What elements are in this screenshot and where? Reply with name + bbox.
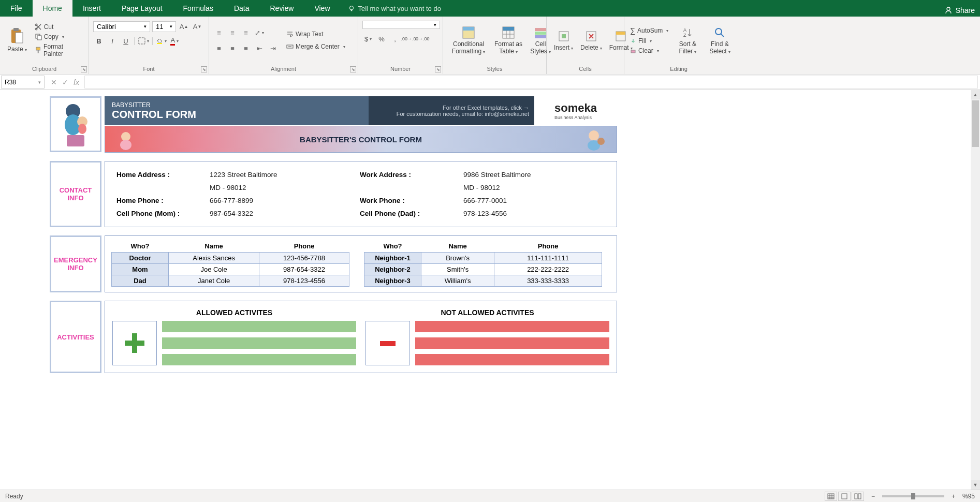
eraser-icon bbox=[630, 48, 636, 54]
tab-data[interactable]: Data bbox=[224, 0, 260, 17]
align-center-button[interactable]: ≡ bbox=[227, 42, 238, 54]
italic-button[interactable]: I bbox=[107, 35, 118, 47]
alignment-launcher[interactable]: ⬊ bbox=[350, 66, 356, 72]
align-left-button[interactable]: ≡ bbox=[213, 42, 225, 54]
worksheet-area[interactable]: BABYSITTER CONTROL FORM For other Excel … bbox=[0, 90, 980, 490]
sort-icon: AZ bbox=[680, 25, 695, 40]
wrap-icon bbox=[286, 31, 294, 38]
tab-review[interactable]: Review bbox=[260, 0, 304, 17]
underline-button[interactable]: U bbox=[120, 35, 131, 47]
border-icon bbox=[138, 37, 145, 45]
scroll-down-button[interactable]: ▼ bbox=[971, 480, 980, 490]
accounting-format-button[interactable]: $ bbox=[362, 33, 374, 45]
tab-page-layout[interactable]: Page Layout bbox=[111, 0, 173, 17]
find-select-button[interactable]: Find & Select bbox=[705, 24, 734, 56]
cancel-formula-button[interactable]: ✕ bbox=[51, 78, 57, 86]
clipboard-launcher[interactable]: ⬊ bbox=[81, 66, 87, 72]
increase-font-button[interactable]: A▲ bbox=[178, 21, 189, 32]
orientation-button[interactable]: ⤢ bbox=[254, 27, 265, 38]
zoom-level[interactable]: %95 bbox=[962, 493, 975, 500]
align-bottom-button[interactable]: ≡ bbox=[240, 27, 252, 38]
group-label-font: Font bbox=[89, 64, 209, 74]
clear-button[interactable]: Clear bbox=[628, 47, 670, 55]
fill-color-button[interactable] bbox=[155, 35, 167, 47]
align-right-button[interactable]: ≡ bbox=[240, 42, 252, 54]
paste-icon bbox=[8, 27, 26, 45]
fill-button[interactable]: Fill bbox=[628, 37, 670, 45]
scroll-up-button[interactable]: ▲ bbox=[971, 90, 980, 99]
tab-home[interactable]: Home bbox=[33, 0, 72, 17]
normal-view-button[interactable] bbox=[825, 492, 837, 501]
not-allowed-activities: NOT ALLOWED ACTIVITES bbox=[365, 306, 609, 365]
font-name-select[interactable]: Calibri▾ bbox=[93, 21, 150, 32]
indent-decrease-button[interactable]: ⇤ bbox=[254, 42, 265, 54]
merge-center-button[interactable]: Merge & Center bbox=[285, 42, 347, 51]
zoom-slider[interactable] bbox=[882, 495, 944, 497]
tab-formulas[interactable]: Formulas bbox=[173, 0, 224, 17]
header-info-block: For other Excel templates, click → For c… bbox=[369, 96, 534, 125]
delete-cells-button[interactable]: Delete bbox=[577, 28, 605, 53]
borders-button[interactable] bbox=[138, 35, 149, 47]
insert-function-button[interactable]: fx bbox=[74, 78, 79, 86]
status-bar: Ready − + %95 bbox=[0, 490, 980, 502]
share-button[interactable]: Share bbox=[939, 4, 980, 17]
vertical-scrollbar[interactable]: ▲ ▼ bbox=[971, 90, 980, 490]
sigma-icon: ∑ bbox=[630, 26, 635, 35]
tab-file[interactable]: File bbox=[0, 0, 33, 17]
enter-formula-button[interactable]: ✓ bbox=[62, 78, 68, 86]
tellme-search[interactable]: Tell me what you want to do bbox=[341, 1, 448, 17]
brand-logo: somekaBusiness Analysis bbox=[534, 96, 617, 125]
baby-left-icon bbox=[114, 128, 137, 151]
page-break-view-button[interactable] bbox=[852, 492, 864, 501]
bold-button[interactable]: B bbox=[93, 35, 105, 47]
paste-button[interactable]: Paste bbox=[4, 26, 30, 54]
svg-text:Z: Z bbox=[683, 33, 686, 38]
number-launcher[interactable]: ⬊ bbox=[435, 66, 441, 72]
brush-icon bbox=[35, 47, 41, 54]
sort-filter-button[interactable]: AZSort & Filter bbox=[673, 24, 702, 56]
font-color-button[interactable]: A bbox=[169, 35, 180, 47]
name-box[interactable]: R38▾ bbox=[1, 76, 45, 88]
increase-decimal-button[interactable]: .00→.0 bbox=[403, 33, 414, 45]
font-launcher[interactable]: ⬊ bbox=[201, 66, 207, 72]
svg-point-30 bbox=[715, 28, 722, 35]
activities-section-label: ACTIVITIES bbox=[50, 301, 101, 373]
autosum-button[interactable]: ∑AutoSum bbox=[628, 26, 670, 35]
svg-rect-23 bbox=[562, 34, 566, 38]
ribbon-tabs: File Home Insert Page Layout Formulas Da… bbox=[0, 0, 980, 17]
svg-rect-18 bbox=[503, 27, 514, 31]
tab-insert[interactable]: Insert bbox=[72, 0, 111, 17]
svg-point-38 bbox=[589, 130, 599, 141]
copy-button[interactable]: Copy bbox=[33, 33, 84, 41]
number-format-select[interactable]: ▾ bbox=[362, 21, 440, 29]
align-middle-button[interactable]: ≡ bbox=[227, 27, 238, 38]
insert-cells-button[interactable]: Insert bbox=[551, 28, 576, 53]
page-view-icon bbox=[841, 493, 848, 499]
svg-rect-13 bbox=[157, 43, 162, 44]
format-painter-button[interactable]: Format Painter bbox=[33, 42, 84, 58]
tab-view[interactable]: View bbox=[304, 0, 340, 17]
font-size-select[interactable]: 11▾ bbox=[152, 21, 176, 32]
cut-button[interactable]: Cut bbox=[33, 23, 84, 31]
indent-increase-button[interactable]: ⇥ bbox=[267, 42, 279, 54]
formula-bar[interactable] bbox=[84, 76, 978, 88]
svg-rect-16 bbox=[463, 27, 474, 31]
decrease-decimal-button[interactable]: .0→.00 bbox=[416, 33, 428, 45]
percent-format-button[interactable]: % bbox=[376, 33, 387, 45]
emergency-table-right: Who?NamePhone Neighbor-1Brown's111-111-1… bbox=[364, 240, 602, 287]
align-top-button[interactable]: ≡ bbox=[213, 27, 225, 38]
format-as-table-button[interactable]: Format as Table bbox=[491, 24, 526, 56]
conditional-formatting-button[interactable]: Conditional Formatting bbox=[447, 24, 490, 56]
table-row: Neighbor-1Brown's111-111-1111 bbox=[364, 253, 602, 264]
decrease-font-button[interactable]: A▼ bbox=[192, 21, 203, 32]
comma-format-button[interactable]: , bbox=[389, 33, 401, 45]
zoom-in-button[interactable]: + bbox=[952, 493, 955, 500]
zoom-out-button[interactable]: − bbox=[871, 493, 875, 500]
scroll-thumb[interactable] bbox=[972, 100, 979, 147]
svg-point-37 bbox=[120, 140, 131, 150]
table-row: Neighbor-3William's333-333-3333 bbox=[364, 275, 602, 287]
copy-icon bbox=[35, 33, 42, 40]
page-layout-view-button[interactable] bbox=[838, 492, 851, 501]
contact-section-label: CONTACT INFO bbox=[50, 161, 101, 227]
wrap-text-button[interactable]: Wrap Text bbox=[285, 30, 347, 38]
